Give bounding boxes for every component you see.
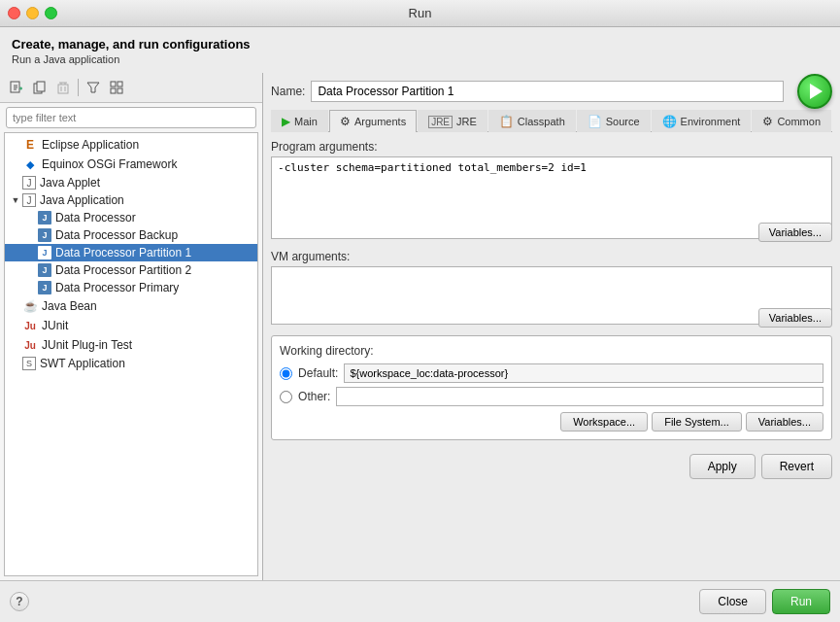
tab-common[interactable]: ⚙ Common <box>752 110 831 132</box>
equinox-label: Equinox OSGi Framework <box>42 157 177 171</box>
tree-item-junit[interactable]: Ju JUnit <box>5 316 257 335</box>
wd-variables-button[interactable]: Variables... <box>746 412 823 432</box>
svg-rect-8 <box>58 85 68 93</box>
junit-plugin-label: JUnit Plug-in Test <box>42 338 132 352</box>
java-bean-label: Java Bean <box>42 299 97 313</box>
tree-item-dp-partition1[interactable]: J Data Processor Partition 1 <box>5 244 257 261</box>
tab-main[interactable]: ▶ Main <box>271 110 328 132</box>
svg-rect-17 <box>111 88 116 93</box>
tree-item-equinox[interactable]: ◆ Equinox OSGi Framework <box>5 155 257 174</box>
default-value-input <box>344 363 823 383</box>
other-value-input[interactable] <box>336 387 823 406</box>
equinox-icon: ◆ <box>22 156 38 172</box>
filter-button[interactable] <box>83 77 104 98</box>
tab-source[interactable]: 📄 Source <box>577 110 651 132</box>
environment-tab-label: Environment <box>681 116 741 127</box>
working-dir-label: Working directory: <box>280 344 823 358</box>
window-controls <box>8 7 57 19</box>
arguments-tab-icon: ⚙ <box>340 115 351 128</box>
tab-jre[interactable]: JRE JRE <box>418 110 487 132</box>
wd-buttons: Workspace... File System... Variables... <box>280 412 823 432</box>
dp-backup-label: Data Processor Backup <box>55 228 178 242</box>
other-radio-row: Other: <box>280 387 823 406</box>
configuration-tree: E Eclipse Application ◆ Equinox OSGi Fra… <box>4 132 258 576</box>
filter-input[interactable] <box>6 107 256 128</box>
java-applet-icon: J <box>22 176 36 190</box>
arguments-tab-label: Arguments <box>354 116 406 127</box>
new-configuration-button[interactable] <box>6 77 27 98</box>
tree-item-swt-app[interactable]: S SWT Application <box>5 355 257 372</box>
tab-environment[interactable]: 🌐 Environment <box>652 110 752 132</box>
program-args-input[interactable]: -cluster schema=partitioned total_member… <box>271 156 832 239</box>
junit-icon: Ju <box>22 318 38 333</box>
window-title: Run <box>409 6 432 20</box>
duplicate-configuration-button[interactable] <box>29 77 50 98</box>
svg-rect-7 <box>37 82 45 91</box>
program-args-label: Program arguments: <box>271 140 832 154</box>
vm-args-input[interactable] <box>271 266 832 325</box>
svg-rect-18 <box>118 88 122 93</box>
java-app-label: Java Application <box>40 193 124 207</box>
data-processor-label: Data Processor <box>55 211 136 225</box>
program-args-wrapper: -cluster schema=partitioned total_member… <box>271 156 832 242</box>
minimize-window-button[interactable] <box>26 7 39 19</box>
left-toolbar <box>0 73 262 103</box>
arguments-tab-content: Program arguments: -cluster schema=parti… <box>271 140 832 572</box>
tree-item-dp-partition2[interactable]: J Data Processor Partition 2 <box>5 261 257 279</box>
environment-tab-icon: 🌐 <box>662 115 677 128</box>
dp-primary-icon: J <box>38 281 51 294</box>
tree-item-java-bean[interactable]: ☕ Java Bean <box>5 296 257 316</box>
junit-plugin-icon: Ju <box>22 337 38 353</box>
header: Create, manage, and run configurations R… <box>0 27 840 73</box>
revert-button[interactable]: Revert <box>761 454 832 479</box>
run-circle-button[interactable] <box>797 74 832 109</box>
maximize-window-button[interactable] <box>45 7 57 19</box>
tab-classpath[interactable]: 📋 Classpath <box>488 110 576 132</box>
java-applet-label: Java Applet <box>40 176 100 190</box>
main-tab-label: Main <box>294 116 318 127</box>
vm-args-wrapper: Variables... <box>271 266 832 328</box>
name-input[interactable] <box>311 81 784 102</box>
program-args-variables-button[interactable]: Variables... <box>758 223 832 242</box>
tree-item-junit-plugin[interactable]: Ju JUnit Plug-in Test <box>5 335 257 355</box>
svg-rect-15 <box>111 82 116 86</box>
right-panel: Name: ▶ Main ⚙ Arguments JRE <box>263 73 840 580</box>
junit-label: JUnit <box>42 319 68 332</box>
jre-tab-label: JRE <box>456 116 477 127</box>
collapse-all-button[interactable] <box>106 77 127 98</box>
workspace-button[interactable]: Workspace... <box>560 412 648 432</box>
dp-partition2-icon: J <box>38 263 51 277</box>
apply-button[interactable]: Apply <box>689 454 756 479</box>
tree-item-eclipse-app[interactable]: E Eclipse Application <box>5 135 257 155</box>
default-radio-row: Default: <box>280 363 823 383</box>
tab-arguments[interactable]: ⚙ Arguments <box>329 110 417 132</box>
vm-args-variables-button[interactable]: Variables... <box>758 308 832 328</box>
svg-marker-14 <box>87 83 99 92</box>
close-window-button[interactable] <box>8 7 20 19</box>
delete-configuration-button[interactable] <box>52 77 74 98</box>
tree-item-java-app[interactable]: ▼ J Java Application <box>5 191 257 209</box>
header-subtitle: Run a Java application <box>12 53 828 65</box>
vm-args-label: VM arguments: <box>271 250 832 263</box>
filesystem-button[interactable]: File System... <box>652 412 742 432</box>
source-tab-icon: 📄 <box>588 115 602 128</box>
run-triangle-icon <box>810 84 823 99</box>
help-button[interactable]: ? <box>10 592 29 611</box>
dp-backup-icon: J <box>38 228 51 242</box>
close-button[interactable]: Close <box>699 589 766 614</box>
other-radio[interactable] <box>280 391 292 403</box>
eclipse-app-label: Eclipse Application <box>42 138 139 152</box>
tree-item-dp-primary[interactable]: J Data Processor Primary <box>5 279 257 296</box>
dp-primary-label: Data Processor Primary <box>55 281 179 294</box>
dp-partition2-label: Data Processor Partition 2 <box>55 263 191 277</box>
dp-partition1-icon: J <box>38 246 51 259</box>
run-button[interactable]: Run <box>772 589 830 614</box>
bottom-right: Close Run <box>699 589 830 614</box>
default-radio[interactable] <box>280 367 292 380</box>
classpath-tab-label: Classpath <box>518 116 565 127</box>
tree-item-java-applet[interactable]: J Java Applet <box>5 174 257 191</box>
tab-bar: ▶ Main ⚙ Arguments JRE JRE 📋 Classpath 📄 <box>271 110 832 132</box>
eclipse-app-icon: E <box>22 137 38 153</box>
tree-item-data-processor[interactable]: J Data Processor <box>5 209 257 226</box>
tree-item-dp-backup[interactable]: J Data Processor Backup <box>5 226 257 244</box>
